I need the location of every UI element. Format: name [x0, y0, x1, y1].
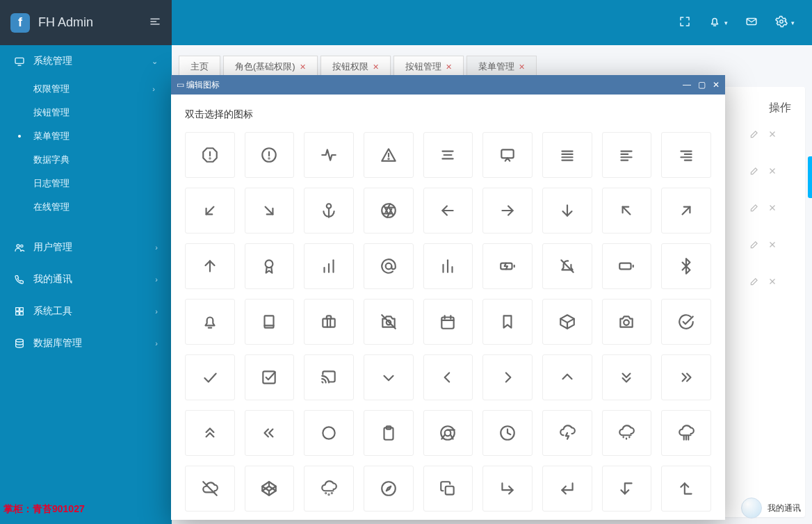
book-icon[interactable]: [245, 299, 295, 345]
clipboard-icon[interactable]: [364, 410, 414, 456]
corner-left-down-icon[interactable]: [602, 466, 652, 511]
tab-0[interactable]: 主页: [179, 56, 220, 77]
sidebar-sub-0-1[interactable]: 按钮管理: [0, 101, 172, 124]
bluetooth-icon[interactable]: [661, 243, 711, 289]
x-icon[interactable]: [768, 240, 777, 249]
check-circle-icon[interactable]: [661, 299, 711, 345]
align-justify-icon[interactable]: [542, 132, 592, 178]
sidebar-item-1[interactable]: 用户管理›: [0, 231, 172, 263]
calendar-icon[interactable]: [423, 299, 473, 345]
tab-2[interactable]: 按钮权限✕: [320, 56, 391, 77]
bar-chart-icon[interactable]: [423, 243, 473, 289]
arrow-up-right-icon[interactable]: [661, 188, 711, 234]
cast-icon[interactable]: [304, 354, 354, 400]
sidebar-sub-0-0[interactable]: 权限管理›: [0, 77, 172, 101]
arrow-up-left-icon[interactable]: [602, 188, 652, 234]
sidebar-sub-0-3[interactable]: 数据字典: [0, 148, 172, 172]
align-right-icon[interactable]: [661, 132, 711, 178]
sidebar-collapse-button[interactable]: [149, 15, 161, 31]
tab-close-icon[interactable]: ✕: [373, 63, 379, 71]
chevrons-down-icon[interactable]: [602, 354, 652, 400]
right-edge-handle[interactable]: [808, 156, 812, 198]
corner-left-up-icon[interactable]: [661, 466, 711, 511]
bell-icon[interactable]: [185, 299, 235, 345]
cloud-lightning-icon[interactable]: [542, 410, 592, 456]
camera-icon[interactable]: [602, 299, 652, 345]
circle-alert-icon[interactable]: [245, 132, 295, 178]
at-sign-icon[interactable]: [364, 243, 414, 289]
tab-close-icon[interactable]: ✕: [519, 63, 525, 71]
edit-icon[interactable]: [749, 129, 759, 139]
clock-icon[interactable]: [482, 410, 533, 456]
codepen-icon[interactable]: [245, 466, 295, 511]
x-icon[interactable]: [768, 129, 777, 139]
align-center-icon[interactable]: [423, 132, 473, 178]
modal-minimize-button[interactable]: —: [683, 80, 691, 90]
briefcase-icon[interactable]: [304, 299, 354, 345]
edit-icon[interactable]: [749, 240, 759, 249]
chevron-right-icon[interactable]: [482, 354, 533, 400]
fullscreen-icon[interactable]: [679, 15, 691, 31]
check-square-icon[interactable]: [245, 354, 295, 400]
modal-close-button[interactable]: ✕: [713, 80, 720, 90]
tab-4[interactable]: 菜单管理✕: [466, 56, 537, 77]
gear-icon[interactable]: [775, 15, 788, 31]
chrome-icon[interactable]: [423, 410, 473, 456]
activity-icon[interactable]: [304, 132, 354, 178]
modal-titlebar[interactable]: ▭ 编辑图标 — ▢ ✕: [171, 75, 725, 95]
floating-contact[interactable]: 我的通讯: [741, 498, 801, 518]
sidebar-item-3[interactable]: 系统工具›: [0, 295, 172, 327]
chevrons-up-icon[interactable]: [185, 410, 235, 456]
battery-icon[interactable]: [602, 243, 652, 289]
check-icon[interactable]: [185, 354, 235, 400]
sidebar-sub-0-4[interactable]: 日志管理: [0, 172, 172, 195]
camera-off-icon[interactable]: [364, 299, 414, 345]
corner-down-left-icon[interactable]: [542, 466, 592, 511]
bar-chart-asc-icon[interactable]: [304, 243, 354, 289]
circle-icon[interactable]: [304, 410, 354, 456]
arrow-down-right-icon[interactable]: [245, 188, 295, 234]
align-left-icon[interactable]: [602, 132, 652, 178]
arrow-down-left-icon[interactable]: [185, 188, 235, 234]
compass-icon[interactable]: [364, 466, 414, 511]
mail-icon[interactable]: [745, 15, 758, 31]
sidebar-item-2[interactable]: 我的通讯›: [0, 263, 172, 295]
box-icon[interactable]: [542, 299, 592, 345]
chevron-up-icon[interactable]: [542, 354, 592, 400]
edit-icon[interactable]: [749, 277, 759, 286]
triangle-alert-icon[interactable]: [364, 132, 414, 178]
arrow-right-icon[interactable]: [482, 188, 533, 234]
battery-charging-icon[interactable]: [482, 243, 533, 289]
monitor-icon[interactable]: [482, 132, 533, 178]
chevron-down-icon[interactable]: [364, 354, 414, 400]
copy-icon[interactable]: [423, 466, 473, 511]
cloud-drizzle-icon[interactable]: [602, 410, 652, 456]
arrow-down-icon[interactable]: [542, 188, 592, 234]
bookmark-icon[interactable]: [482, 299, 533, 345]
edit-icon[interactable]: [749, 166, 759, 176]
octagon-alert-icon[interactable]: [185, 132, 235, 178]
sidebar-sub-0-5[interactable]: 在线管理: [0, 195, 172, 219]
cloud-snow-icon[interactable]: [304, 466, 354, 511]
award-icon[interactable]: [245, 243, 295, 289]
anchor-icon[interactable]: [304, 188, 354, 234]
chevrons-left-icon[interactable]: [245, 410, 295, 456]
edit-icon[interactable]: [749, 203, 759, 213]
cloud-rain-icon[interactable]: [661, 410, 711, 456]
tab-1[interactable]: 角色(基础权限)✕: [223, 56, 318, 77]
x-icon[interactable]: [768, 277, 777, 286]
sidebar-sub-0-2[interactable]: 菜单管理: [0, 124, 172, 148]
aperture-icon[interactable]: [364, 188, 414, 234]
sidebar-item-4[interactable]: 数据库管理›: [0, 327, 172, 359]
sidebar-item-0[interactable]: 系统管理⌄: [0, 45, 172, 77]
x-icon[interactable]: [768, 203, 777, 213]
tab-3[interactable]: 按钮管理✕: [393, 56, 464, 77]
arrow-left-icon[interactable]: [423, 188, 473, 234]
chevron-left-icon[interactable]: [423, 354, 473, 400]
tab-close-icon[interactable]: ✕: [300, 63, 306, 71]
bell-off-icon[interactable]: [542, 243, 592, 289]
arrow-up-icon[interactable]: [185, 243, 235, 289]
corner-down-right-icon[interactable]: [482, 466, 533, 511]
chevrons-right-icon[interactable]: [661, 354, 711, 400]
bell-icon[interactable]: [708, 15, 721, 31]
